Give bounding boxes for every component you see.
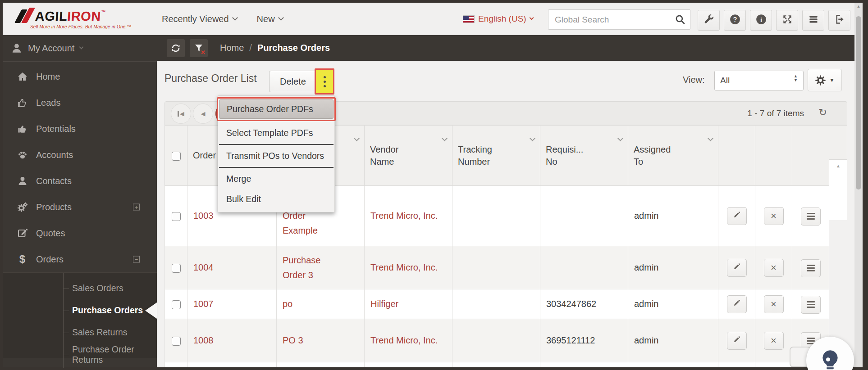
sort-chevron-icon[interactable]	[617, 135, 623, 141]
menu-item-merge[interactable]: Merge	[218, 169, 334, 189]
sidebar-item-contacts[interactable]: Contacts	[3, 168, 157, 194]
edit-button[interactable]	[727, 207, 747, 225]
view-select[interactable]: All ▲▼	[714, 71, 804, 90]
top-menu-new[interactable]: New	[257, 14, 283, 24]
first-page-button[interactable]: ◀	[171, 104, 191, 124]
sidebar-subitem-sales-orders[interactable]: Sales Orders	[3, 277, 157, 299]
cell-tracking	[452, 362, 540, 368]
sidebar-item-accounts[interactable]: Accounts	[3, 142, 157, 168]
sidebar-item-leads[interactable]: Leads	[3, 90, 157, 116]
table-scroll-gutter[interactable]: ▲	[829, 160, 847, 220]
collapse-icon[interactable]: −	[133, 256, 140, 263]
delete-button[interactable]: Delete	[269, 71, 317, 92]
order-number-link[interactable]: 1007	[193, 299, 214, 309]
sidebar-item-products[interactable]: Products+	[3, 194, 157, 220]
page-scrollbar[interactable]: ▲	[854, 3, 863, 367]
my-account-menu[interactable]: My Account	[3, 35, 157, 62]
order-number-link[interactable]: 1008	[193, 335, 214, 345]
sidebar-item-potentials[interactable]: Potentials	[3, 116, 157, 142]
prev-page-button[interactable]: ◀	[193, 104, 213, 124]
column-header-requisition[interactable]: Requisi... No	[540, 126, 628, 186]
sidebar-item-home[interactable]: Home	[3, 63, 157, 90]
subject-link[interactable]: PO 3	[283, 335, 303, 345]
more-actions-button[interactable]	[315, 68, 334, 95]
cell-select	[165, 246, 187, 289]
top-menu-recently-viewed[interactable]: Recently Viewed	[162, 14, 237, 24]
chevron-down-icon	[232, 15, 238, 21]
sidebar-subitem-sales-returns[interactable]: Sales Returns	[3, 321, 157, 343]
breadcrumb-separator: /	[249, 43, 252, 53]
menu-item-bulk-edit[interactable]: Bulk Edit	[218, 189, 334, 209]
language-selector[interactable]: English (US)	[463, 3, 533, 35]
sort-chevron-icon[interactable]	[442, 135, 448, 141]
sort-chevron-icon[interactable]	[354, 135, 360, 141]
column-header-assigned[interactable]: Assigned To	[628, 126, 718, 186]
logout-button[interactable]	[828, 10, 850, 31]
select-all-checkbox[interactable]	[172, 152, 181, 161]
menu-item-purchase-order-pdfs[interactable]: Purchase Order PDFs	[219, 99, 333, 119]
row-checkbox[interactable]	[172, 300, 181, 309]
cell-edit	[718, 362, 755, 368]
edit-button[interactable]	[727, 332, 747, 350]
thumb-outline-icon	[16, 97, 28, 108]
vendor-link[interactable]: Trend Micro, Inc.	[370, 211, 438, 221]
search-icon[interactable]	[674, 14, 686, 25]
table-scroll-up-icon[interactable]: ▲	[836, 163, 841, 168]
edit-button[interactable]	[727, 259, 747, 277]
select-arrows-icon: ▲▼	[794, 74, 798, 82]
logout-icon	[834, 14, 845, 27]
brand-word-1: AGIL	[35, 9, 68, 23]
cell-order: 1004	[187, 246, 277, 289]
row-checkbox[interactable]	[172, 212, 181, 221]
cell-more	[792, 246, 829, 289]
subject-link[interactable]: po	[283, 299, 292, 309]
row-checkbox[interactable]	[172, 264, 181, 273]
close-icon: ×	[771, 335, 777, 347]
filter-button[interactable]: ✕	[190, 39, 208, 57]
sidebar-item-orders[interactable]: $Orders−	[3, 246, 157, 272]
sidebar-item-quotes[interactable]: Quotes	[3, 220, 157, 246]
menu-button[interactable]	[802, 10, 824, 31]
sort-chevron-icon[interactable]	[708, 135, 713, 141]
delete-row-button[interactable]: ×	[764, 332, 784, 350]
sidebar-subitem-purchase-orders[interactable]: Purchase Orders	[3, 299, 157, 321]
scrollbar-thumb[interactable]	[856, 16, 861, 190]
edit-button[interactable]	[727, 295, 747, 313]
refresh-button[interactable]	[167, 39, 185, 57]
delete-row-button[interactable]: ×	[764, 295, 784, 313]
pencil-icon	[733, 262, 741, 273]
cell-edit	[718, 319, 755, 362]
column-header-label: Requisi... No	[546, 144, 591, 168]
vendor-link[interactable]: Trend Micro, Inc.	[370, 262, 438, 272]
help-button[interactable]: ?	[724, 10, 746, 31]
first-page-icon: ◀	[180, 110, 184, 117]
row-menu-button[interactable]	[801, 259, 821, 277]
menu-item-transmit-pos-to-vendors[interactable]: Transmit POs to Vendors	[218, 146, 334, 166]
home-icon	[16, 71, 28, 82]
row-menu-button[interactable]	[801, 208, 821, 226]
vendor-link[interactable]: Hilfiger	[370, 299, 398, 309]
wrench-button[interactable]	[698, 10, 720, 31]
order-number-link[interactable]: 1003	[193, 211, 214, 221]
row-menu-button[interactable]	[801, 296, 821, 314]
sort-chevron-icon[interactable]	[530, 135, 535, 141]
cell-delete: ×	[755, 186, 792, 246]
column-header-vendor[interactable]: Vendor Name	[365, 126, 452, 186]
breadcrumb-home[interactable]: Home	[220, 43, 244, 53]
scroll-up-icon[interactable]: ▲	[854, 4, 863, 9]
menu-item-select-template-pdfs[interactable]: Select Template PDFs	[218, 123, 334, 143]
subject-link[interactable]: Purchase Order 3	[283, 255, 321, 280]
delete-row-button[interactable]: ×	[764, 259, 784, 277]
vendor-link[interactable]: Trend Micro, Inc.	[370, 335, 438, 345]
expand-icon[interactable]: +	[133, 204, 140, 211]
info-button[interactable]: i	[750, 10, 772, 31]
row-checkbox[interactable]	[172, 337, 181, 346]
list-refresh-icon[interactable]: ↻	[819, 107, 827, 118]
list-settings-button[interactable]: ▼	[808, 69, 842, 91]
sidebar-subitem-purchase-order-returns[interactable]: Purchase Order Returns	[3, 343, 157, 365]
expand-button[interactable]	[776, 10, 798, 31]
order-number-link[interactable]: 1004	[193, 262, 214, 272]
column-header-tracking[interactable]: Tracking Number	[452, 126, 540, 186]
search-input[interactable]	[548, 9, 690, 30]
delete-row-button[interactable]: ×	[764, 207, 784, 225]
